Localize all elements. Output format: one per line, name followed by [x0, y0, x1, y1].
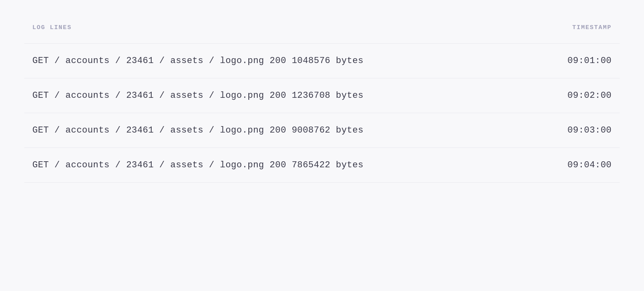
log-timestamp: 09:03:00 — [568, 125, 612, 135]
log-line-text: GET / accounts / 23461 / assets / logo.p… — [32, 125, 364, 135]
table-row: GET / accounts / 23461 / assets / logo.p… — [24, 148, 620, 183]
log-table-body: GET / accounts / 23461 / assets / logo.p… — [24, 43, 620, 183]
log-timestamp: 09:02:00 — [568, 91, 612, 101]
main-container: LOG LINES TIMESTAMP GET / accounts / 234… — [0, 0, 644, 207]
log-timestamp: 09:01:00 — [568, 56, 612, 66]
table-row: GET / accounts / 23461 / assets / logo.p… — [24, 78, 620, 113]
timestamp-header: TIMESTAMP — [572, 24, 612, 31]
log-line-text: GET / accounts / 23461 / assets / logo.p… — [32, 56, 364, 66]
table-header: LOG LINES TIMESTAMP — [24, 24, 620, 31]
log-line-text: GET / accounts / 23461 / assets / logo.p… — [32, 160, 364, 170]
table-row: GET / accounts / 23461 / assets / logo.p… — [24, 113, 620, 148]
log-line-text: GET / accounts / 23461 / assets / logo.p… — [32, 91, 364, 101]
log-lines-header: LOG LINES — [32, 24, 72, 31]
log-timestamp: 09:04:00 — [568, 160, 612, 170]
table-row: GET / accounts / 23461 / assets / logo.p… — [24, 43, 620, 78]
